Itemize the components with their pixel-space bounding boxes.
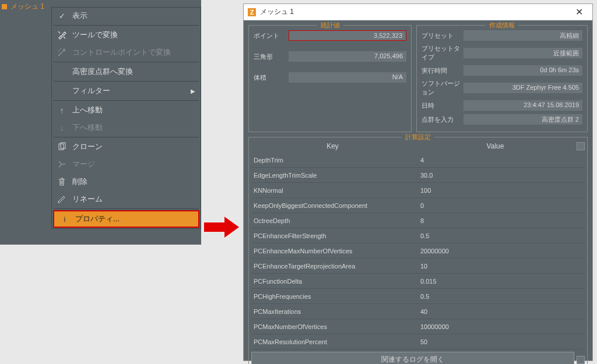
table-cell-value: 100 (418, 187, 585, 194)
info-icon: i (60, 214, 69, 224)
stat-label: 三角形 (254, 52, 289, 61)
stat-label: 体積 (254, 73, 289, 82)
menu-item-move-down[interactable]: ↓ 下へ移動 (51, 119, 201, 136)
table-row[interactable]: OctreeDepth8 (251, 213, 585, 228)
table-cell-value: 10 (418, 263, 585, 270)
table-row[interactable]: DepthTrim4 (251, 153, 585, 168)
stat-row-points: ポイント 3,522,323 (254, 30, 406, 41)
table-cell-value: 8 (418, 217, 585, 224)
info-label: 日時 (422, 101, 463, 110)
mesh-tree-label: メッシュ 1 (10, 2, 44, 12)
table-header-value[interactable]: Value (414, 142, 577, 150)
table-row[interactable]: PCEnhanceFilterStrength0.5 (251, 228, 585, 243)
check-icon: ✓ (57, 11, 66, 20)
groupbox-legend: 計算設定 (402, 133, 434, 142)
info-value: 近接範囲 (463, 48, 582, 58)
info-label: 点群を入力 (422, 115, 463, 124)
menu-label: マージ (72, 159, 95, 169)
info-label: プリセットタイプ (422, 44, 463, 62)
svg-point-0 (58, 50, 59, 51)
menu-item-filter[interactable]: フィルター ▶ (51, 82, 201, 100)
menu-separator (54, 137, 199, 137)
properties-dialog: Z メッシュ 1 ✕ 統計値 ポイント 3,522,323 三角形 7,025,… (243, 3, 593, 361)
table-cell-key: OctreeDepth (251, 217, 418, 224)
blank-icon (57, 86, 66, 96)
close-button[interactable]: ✕ (570, 6, 589, 17)
table-cell-key: PCMaxResolutionPercent (251, 338, 418, 345)
mesh-tree-item[interactable]: メッシュ 1 (2, 2, 44, 12)
menu-separator (54, 208, 199, 209)
dialog-body: 統計値 ポイント 3,522,323 三角形 7,025,496 体積 N/A (244, 20, 592, 361)
menu-label: コントロールポイントで変換 (72, 47, 171, 58)
table-cell-value: 0 (418, 202, 585, 209)
menu-label: 高密度点群へ変換 (72, 66, 133, 77)
info-row-datetime: 日時 23:4:47 15.08.2019 (422, 100, 582, 111)
table-row[interactable]: KeepOnlyBiggestConnectedComponent0 (251, 198, 585, 213)
table-row[interactable]: PCEnhanceMaxNumberOfVertices20000000 (251, 243, 585, 259)
menu-label: ツールで変換 (72, 30, 118, 40)
table-row[interactable]: PCEnhanceTargetReprojectionArea10 (251, 259, 585, 274)
info-row-preset: プリセット 高精細 (422, 30, 582, 41)
menu-item-convert-cp[interactable]: コントロールポイントで変換 (51, 44, 201, 61)
copy-icon (57, 142, 66, 151)
table-corner-button[interactable] (577, 142, 585, 150)
table-cell-value: 4 (418, 157, 585, 164)
table-row[interactable]: EdgeLengthTrimScale30.0 (251, 168, 585, 183)
table-cell-key: PCEnhanceMaxNumberOfVertices (251, 248, 418, 255)
table-cell-value: 20000000 (418, 248, 585, 255)
table-cell-key: KeepOnlyBiggestConnectedComponent (251, 202, 418, 209)
groupbox-legend: 統計値 (317, 21, 343, 30)
open-logs-button[interactable]: 関連するログを開く (251, 352, 574, 364)
merge-icon (57, 160, 66, 169)
svg-marker-4 (204, 217, 239, 238)
menu-item-convert-tool[interactable]: ツールで変換 (51, 26, 201, 44)
menu-item-properties[interactable]: i プロパティ... (53, 210, 199, 228)
menu-item-rename[interactable]: リネーム (51, 190, 201, 208)
svg-point-1 (60, 48, 61, 50)
menu-label: クローン (72, 142, 103, 152)
tool-icon (57, 30, 66, 40)
table-cell-key: PCEnhanceFilterStrength (251, 232, 418, 239)
app-icon: Z (247, 8, 257, 17)
menu-item-move-up[interactable]: ↑ 上へ移動 (51, 101, 201, 119)
table-cell-value: 10000000 (418, 323, 585, 330)
table-cell-key: EdgeLengthTrimScale (251, 172, 418, 179)
menu-label: 下へ移動 (72, 122, 103, 133)
menu-label: リネーム (72, 194, 103, 204)
menu-item-merge[interactable]: マージ (51, 156, 201, 173)
menu-item-convert-dense[interactable]: 高密度点群へ変換 (51, 63, 201, 80)
info-value: 高密度点群 2 (463, 114, 582, 125)
menu-item-clone[interactable]: クローン (51, 138, 201, 156)
info-label: プリセット (422, 31, 463, 40)
wand-icon (57, 48, 66, 57)
table-row[interactable]: PCFunctionDelta0.015 (251, 274, 585, 289)
groupbox-statistics: 統計値 ポイント 3,522,323 三角形 7,025,496 体積 N/A (248, 25, 412, 132)
menu-separator (54, 25, 199, 26)
table-cell-key: PCMaxIterations (251, 308, 418, 315)
table-row[interactable]: KNNormal100 (251, 183, 585, 198)
table-row[interactable]: PCMaxNumberOfVertices10000000 (251, 319, 585, 334)
menu-label: 削除 (72, 176, 87, 187)
groupbox-legend: 作成情報 (486, 21, 518, 30)
menu-separator (54, 81, 199, 82)
info-label: ソフトバージョン (422, 79, 463, 97)
table-body[interactable]: DepthTrim4EdgeLengthTrimScale30.0KNNorma… (249, 153, 587, 349)
table-cell-value: 0.015 (418, 278, 585, 285)
menu-separator (54, 62, 199, 62)
table-row[interactable]: PCMaxResolutionPercent50 (251, 334, 585, 349)
table-header-key[interactable]: Key (251, 142, 414, 150)
table-row[interactable]: PCHighFrequencies0.5 (251, 289, 585, 304)
stat-value-triangles: 7,025,496 (289, 51, 406, 62)
annotation-arrow (204, 215, 239, 239)
info-value: 0d 0h 6m 23s (463, 65, 582, 76)
menu-item-delete[interactable]: 削除 (51, 173, 201, 190)
stat-value-volume: N/A (289, 72, 406, 83)
table-row[interactable]: PCMaxIterations40 (251, 304, 585, 319)
arrow-down-icon: ↓ (57, 123, 66, 132)
menu-label: フィルター (72, 86, 110, 96)
info-row-runtime: 実行時間 0d 0h 6m 23s (422, 65, 582, 76)
menu-item-display[interactable]: ✓ 表示 (51, 7, 201, 24)
groupbox-calc-settings: 計算設定 Key Value DepthTrim4EdgeLengthTrimS… (248, 137, 588, 364)
table-footer-button[interactable] (577, 356, 585, 364)
titlebar[interactable]: Z メッシュ 1 ✕ (244, 4, 592, 20)
